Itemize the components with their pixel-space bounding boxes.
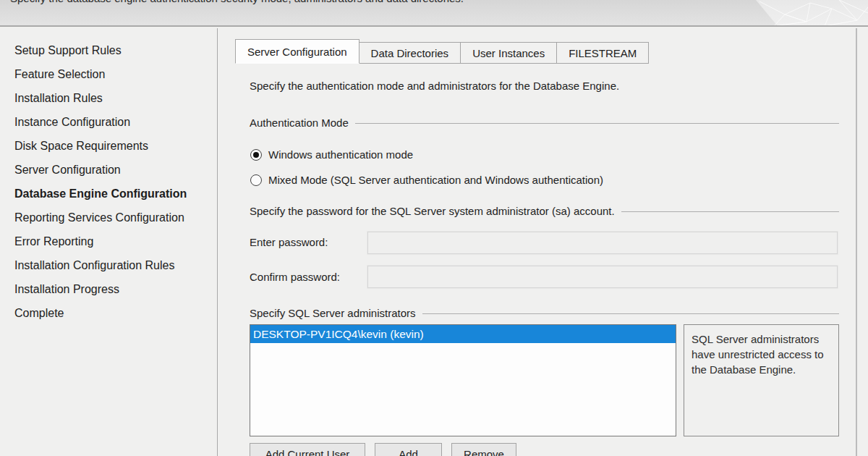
sidebar-item-setup-support-rules[interactable]: Setup Support Rules — [0, 38, 217, 62]
administrators-info-box: SQL Server administrators have unrestric… — [684, 324, 839, 436]
group-rule — [422, 313, 839, 314]
tab-server-configuration[interactable]: Server Configuration — [235, 39, 359, 64]
administrators-listbox[interactable]: DESKTOP-PV1ICQ4\kevin (kevin) — [250, 324, 676, 436]
wizard-steps-sidebar: Setup Support Rules Feature Selection In… — [0, 28, 217, 456]
remove-button[interactable]: Remove — [451, 443, 516, 456]
mixed-mode-radio-label: Mixed Mode (SQL Server authentication an… — [268, 174, 603, 186]
tab-data-directories[interactable]: Data Directories — [359, 42, 461, 64]
sidebar-item-reporting-services-configuration[interactable]: Reporting Services Configuration — [0, 206, 217, 229]
sql-administrators-group-header: Specify SQL Server administrators — [250, 307, 839, 319]
decorative-mesh-graphic — [716, 0, 868, 26]
sidebar-item-installation-rules[interactable]: Installation Rules — [0, 86, 217, 110]
intro-text: Specify the authentication mode and admi… — [250, 80, 619, 92]
authentication-mode-group-header: Authentication Mode — [250, 117, 839, 129]
window-right-edge — [856, 28, 857, 456]
group-rule — [355, 123, 839, 124]
sql-administrators-label: Specify SQL Server administrators — [250, 307, 416, 319]
group-rule — [621, 211, 839, 212]
sa-password-group-header: Specify the password for the SQL Server … — [250, 205, 839, 217]
sidebar-divider — [217, 28, 218, 456]
administrator-list-item[interactable]: DESKTOP-PV1ICQ4\kevin (kevin) — [250, 325, 676, 343]
enter-password-field[interactable] — [367, 232, 838, 254]
add-button[interactable]: Add — [375, 443, 442, 456]
add-current-user-button[interactable]: Add Current User — [250, 443, 365, 456]
sidebar-item-error-reporting[interactable]: Error Reporting — [0, 229, 217, 253]
mixed-mode-radio[interactable] — [250, 174, 262, 186]
sidebar-item-instance-configuration[interactable]: Instance Configuration — [0, 110, 217, 134]
windows-authentication-radio-row[interactable]: Windows authentication mode — [250, 148, 413, 161]
sidebar-item-installation-configuration-rules[interactable]: Installation Configuration Rules — [0, 253, 217, 277]
windows-authentication-radio[interactable] — [250, 149, 262, 161]
tab-strip: Server Configuration Data Directories Us… — [235, 39, 648, 64]
sa-password-label: Specify the password for the SQL Server … — [250, 205, 615, 217]
sidebar-item-installation-progress[interactable]: Installation Progress — [0, 277, 217, 301]
authentication-mode-label: Authentication Mode — [250, 117, 349, 129]
sidebar-item-disk-space-requirements[interactable]: Disk Space Requirements — [0, 134, 217, 158]
sidebar-item-feature-selection[interactable]: Feature Selection — [0, 62, 217, 86]
page-description: Specify the database engine authenticati… — [10, 0, 464, 5]
tab-filestream[interactable]: FILESTREAM — [556, 42, 649, 64]
confirm-password-field[interactable] — [367, 266, 838, 288]
tab-user-instances[interactable]: User Instances — [460, 42, 557, 64]
windows-authentication-radio-label: Windows authentication mode — [268, 148, 413, 161]
sidebar-item-database-engine-configuration[interactable]: Database Engine Configuration — [0, 182, 217, 206]
wizard-header-strip: Specify the database engine authenticati… — [0, 0, 868, 27]
enter-password-label: Enter password: — [250, 236, 328, 248]
confirm-password-label: Confirm password: — [250, 271, 340, 283]
sidebar-item-server-configuration[interactable]: Server Configuration — [0, 158, 217, 182]
mixed-mode-radio-row[interactable]: Mixed Mode (SQL Server authentication an… — [250, 174, 603, 186]
sidebar-item-complete[interactable]: Complete — [0, 301, 217, 325]
